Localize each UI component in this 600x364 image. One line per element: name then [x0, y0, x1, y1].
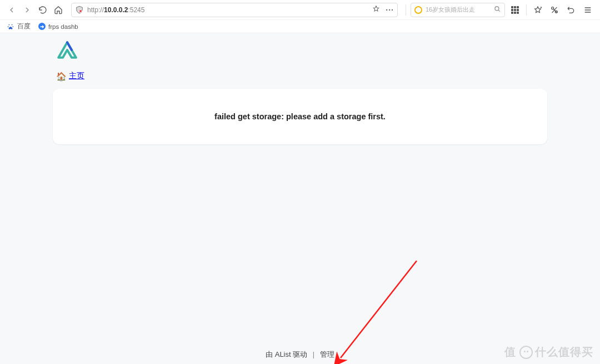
content-container: 🏠 主页 failed get storage: please add a st… [53, 33, 547, 144]
powered-by-link[interactable]: 由 AList 驱动 [266, 350, 307, 358]
address-bar-actions: ··· [372, 5, 394, 15]
annotation-arrow-icon [331, 255, 425, 364]
bookmarks-bar: 百度 ➜ frps dashb [0, 20, 600, 33]
browser-toolbar: http://10.0.0.2:5245 ··· 16岁女孩婚后出走 [0, 0, 600, 20]
toolbar-separator [406, 4, 406, 16]
alist-logo[interactable] [57, 41, 547, 61]
search-icon[interactable] [493, 5, 501, 15]
url-scheme: http:// [87, 6, 104, 14]
bookmark-baidu[interactable]: 百度 [7, 22, 31, 31]
home-icon: 🏠 [56, 72, 67, 80]
more-icon[interactable]: ··· [386, 6, 394, 14]
address-bar[interactable]: http://10.0.0.2:5245 ··· [71, 3, 398, 17]
shield-icon [75, 6, 84, 14]
admin-link[interactable]: 管理 [320, 350, 334, 358]
message-card: failed get storage: please add a storage… [53, 89, 547, 144]
reload-button[interactable] [37, 4, 49, 16]
url-port: :5245 [128, 6, 144, 14]
svg-point-1 [495, 6, 499, 10]
star-icon[interactable] [372, 5, 380, 15]
footer-separator: | [313, 350, 314, 358]
bookmark-label: frps dashb [48, 23, 78, 30]
page: 🏠 主页 failed get storage: please add a st… [0, 33, 600, 364]
breadcrumb-home[interactable]: 主页 [69, 71, 84, 81]
baidu-icon [7, 23, 14, 31]
frps-icon: ➜ [38, 23, 46, 30]
url-display: http://10.0.0.2:5245 [87, 6, 369, 14]
favorites-button[interactable] [531, 3, 544, 17]
bookmark-frps[interactable]: ➜ frps dashb [38, 23, 78, 30]
svg-line-4 [341, 261, 417, 358]
page-footer: 由 AList 驱动 | 管理 [0, 350, 600, 360]
bookmark-label: 百度 [17, 22, 31, 31]
menu-button[interactable] [581, 3, 594, 17]
screenshot-button[interactable] [548, 3, 561, 17]
back-button[interactable] [6, 4, 18, 16]
apps-grid-icon [511, 6, 519, 14]
toolbar-separator [526, 4, 527, 16]
forward-button[interactable] [21, 4, 33, 16]
browser-search[interactable]: 16岁女孩婚后出走 [411, 3, 505, 17]
apps-grid-button[interactable] [508, 3, 522, 17]
undo-button[interactable] [564, 3, 578, 17]
error-message: failed get storage: please add a storage… [64, 112, 536, 121]
search-engine-icon [414, 6, 422, 14]
url-host: 10.0.0.2 [104, 6, 128, 14]
home-button[interactable] [52, 4, 64, 16]
search-placeholder: 16岁女孩婚后出走 [426, 6, 490, 14]
breadcrumb: 🏠 主页 [56, 71, 547, 81]
